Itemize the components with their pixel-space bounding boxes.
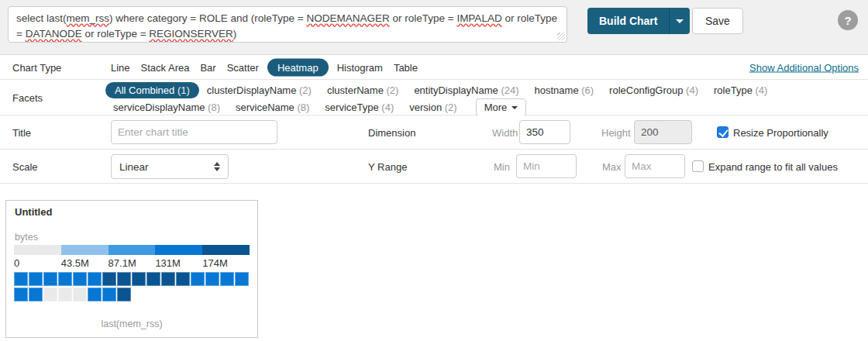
facet-option[interactable]: hostname (6) <box>527 83 602 98</box>
chart-type-option[interactable]: Heatmap <box>267 58 329 76</box>
legend-color-segment <box>108 245 156 255</box>
y-max-input[interactable] <box>625 154 685 178</box>
facet-option[interactable]: serviceDisplayName (8) <box>105 100 228 115</box>
facet-option[interactable]: roleConfigGroup (4) <box>601 83 706 98</box>
heatmap-cell <box>29 272 43 286</box>
facets-label: Facets <box>12 91 43 103</box>
chart-type-option[interactable]: Line <box>105 58 136 76</box>
query-text-segment: NODEMANAGER <box>306 12 389 24</box>
heatmap-cell <box>14 288 28 301</box>
y-range-label: Y Range <box>368 160 407 172</box>
heatmap-cell <box>132 272 146 286</box>
facets-row: Facets All Combined (1)clusterDisplayNam… <box>0 80 868 115</box>
query-text-segment: ) where category = ROLE and (roleType = <box>109 12 306 24</box>
heatmap-cell <box>102 272 116 286</box>
chart-title: Untitled <box>15 206 52 218</box>
help-icon[interactable]: ? <box>838 10 858 30</box>
query-text-segment: ) <box>233 28 237 40</box>
legend-tick-label: 43.5M <box>61 257 89 269</box>
query-input[interactable]: select last(mem_rss) where category = RO… <box>8 6 567 43</box>
facet-option[interactable]: serviceType (4) <box>317 100 401 115</box>
heatmap-cell <box>235 272 249 286</box>
heatmap-cell <box>73 288 87 301</box>
height-label: Height <box>601 126 631 138</box>
query-section: select last(mem_rss) where category = RO… <box>0 0 868 55</box>
facet-option[interactable]: clusterDisplayName (2) <box>199 83 319 98</box>
chart-type-option[interactable]: Histogram <box>332 58 388 76</box>
heatmap-grid <box>14 272 249 303</box>
heatmap-legend <box>14 245 250 255</box>
resize-proportionally-checkbox[interactable] <box>717 126 728 138</box>
scale-select[interactable]: Linear <box>111 154 229 179</box>
scale-row: Scale Linear Y Range Min Max Expand rang… <box>0 150 868 184</box>
width-label: Width <box>492 126 518 138</box>
expand-range-label: Expand range to fit all values <box>708 160 838 172</box>
query-text-segment: REGIONSERVER <box>149 28 233 40</box>
heatmap-cell <box>43 272 57 286</box>
chart-builder-page: select last(mem_rss) where category = RO… <box>0 0 868 341</box>
heatmap-cell <box>176 272 190 286</box>
show-additional-options-link[interactable]: Show Additional Options <box>749 61 859 73</box>
save-button[interactable]: Save <box>692 8 743 34</box>
legend-color-segment <box>14 245 61 255</box>
title-label: Title <box>12 126 31 138</box>
chart-unit-label: bytes <box>15 232 38 243</box>
heatmap-cell <box>191 272 205 286</box>
select-arrows-icon <box>214 162 220 171</box>
query-text-segment: mem_rss <box>67 12 110 24</box>
heatmap-cell <box>88 288 102 301</box>
legend-tick-label: 174M <box>202 257 228 269</box>
legend-color-segment <box>202 245 250 255</box>
scale-select-value: Linear <box>119 161 149 173</box>
legend-tick-label: 0 <box>14 257 19 269</box>
more-facets-button[interactable]: More <box>476 98 527 116</box>
heatmap-cell <box>58 288 72 301</box>
chart-preview-card: Untitled bytes 043.5M87.1M131M174M last(… <box>5 200 258 338</box>
scale-label: Scale <box>12 160 38 172</box>
facet-option[interactable]: roleType (4) <box>706 83 775 98</box>
facet-option[interactable]: serviceName (8) <box>228 100 317 115</box>
query-text-segment: or roleType = <box>82 28 150 40</box>
facet-option[interactable]: version (2) <box>401 100 464 115</box>
expand-range-checkbox[interactable] <box>692 160 704 172</box>
heatmap-cell <box>73 272 87 286</box>
chart-type-option[interactable]: Table <box>388 58 423 76</box>
heatmap-cell <box>14 272 28 286</box>
chart-type-label: Chart Type <box>12 61 61 73</box>
chevron-down-icon <box>676 19 684 23</box>
title-row: Title Dimension Width Height Resize Prop… <box>0 115 868 150</box>
chart-type-option[interactable]: Scatter <box>222 58 264 76</box>
heatmap-cell <box>29 288 43 301</box>
query-text-segment: DATANODE <box>26 28 82 40</box>
min-label: Min <box>494 160 510 172</box>
facet-option[interactable]: clusterName (2) <box>319 83 406 98</box>
chart-type-row: Chart Type LineStack AreaBarScatterHeatm… <box>0 55 868 80</box>
facet-option[interactable]: entityDisplayName (24) <box>406 83 526 98</box>
resize-proportionally-label: Resize Proportionally <box>733 126 828 138</box>
heatmap-cell <box>146 272 160 286</box>
chart-metric-caption: last(mem_rss) <box>6 319 257 329</box>
facet-option[interactable]: All Combined (1) <box>105 82 199 98</box>
heatmap-cell <box>161 272 175 286</box>
build-chart-button[interactable]: Build Chart <box>587 8 669 34</box>
heatmap-cell <box>205 272 219 286</box>
facet-options: All Combined (1)clusterDisplayName (2)cl… <box>105 82 775 116</box>
query-text-segment: or roleType = <box>390 12 457 24</box>
resize-grip-icon[interactable] <box>557 33 565 40</box>
build-chart-dropdown-button[interactable] <box>669 8 690 34</box>
chart-type-option[interactable]: Stack Area <box>136 58 195 76</box>
max-label: Max <box>602 160 622 172</box>
build-chart-split-button: Build Chart <box>587 8 690 34</box>
query-text-segment: IMPALAD <box>456 12 501 24</box>
chart-type-option[interactable]: Bar <box>195 58 221 76</box>
width-input[interactable] <box>519 120 570 144</box>
legend-tick-label: 131M <box>155 257 181 269</box>
height-input[interactable] <box>634 120 692 144</box>
legend-color-segment <box>61 245 108 255</box>
heatmap-cell <box>43 288 57 301</box>
dimension-label: Dimension <box>368 126 415 138</box>
chart-title-input[interactable] <box>111 120 277 144</box>
chevron-down-icon <box>512 106 518 109</box>
y-min-input[interactable] <box>516 154 577 178</box>
legend-tick-label: 87.1M <box>108 257 136 269</box>
